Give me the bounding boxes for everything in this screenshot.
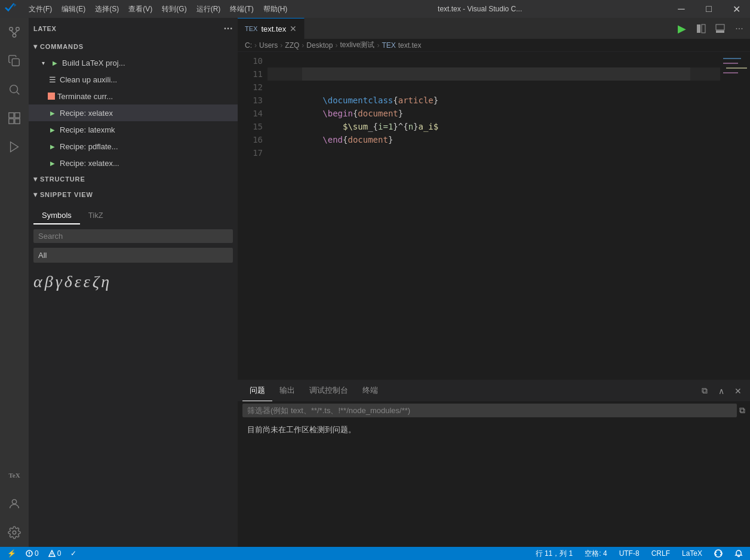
- structure-label: STRUCTURE: [40, 176, 85, 183]
- snippet-search-input[interactable]: [33, 229, 233, 243]
- svg-rect-16: [702, 24, 705, 33]
- sidebar-more-button[interactable]: ···: [224, 23, 233, 34]
- line-endings-status[interactable]: CRLF: [649, 547, 672, 560]
- tab-close-button[interactable]: ✕: [290, 24, 297, 33]
- filter-input[interactable]: [242, 404, 737, 417]
- structure-header[interactable]: ▾ STRUCTURE: [29, 171, 238, 187]
- panel-tab-output[interactable]: 输出: [272, 380, 302, 401]
- svg-point-6: [10, 85, 18, 93]
- menu-help[interactable]: 帮助(H): [259, 3, 293, 16]
- breadcrumb-desktop[interactable]: Desktop: [306, 41, 333, 50]
- command-recipe-latexmk[interactable]: ▶ Recipe: latexmk: [29, 121, 238, 138]
- vscode-icon: [5, 3, 17, 15]
- tab-symbols[interactable]: Symbols: [33, 207, 80, 224]
- commands-header[interactable]: ▾ COMMANDS: [29, 39, 238, 54]
- svg-rect-11: [15, 119, 20, 124]
- warnings-status[interactable]: 0: [46, 547, 64, 560]
- svg-rect-18: [716, 30, 724, 33]
- menu-file[interactable]: 文件(F): [24, 3, 57, 16]
- collapse-panel-button[interactable]: ∧: [714, 384, 729, 398]
- source-control-icon[interactable]: [0, 18, 29, 47]
- command-terminate[interactable]: Terminate curr...: [29, 88, 238, 104]
- remote-status[interactable]: ⚡: [5, 547, 19, 560]
- position-text: 行 11，列 1: [536, 549, 573, 559]
- bell-status[interactable]: [732, 547, 745, 560]
- svg-point-25: [29, 555, 29, 555]
- breadcrumb-c[interactable]: C:: [245, 41, 252, 50]
- panel-tab-debug[interactable]: 调试控制台: [302, 380, 355, 401]
- command-recipe-pdflatex[interactable]: ▶ Recipe: pdflate...: [29, 138, 238, 155]
- language-status[interactable]: LaTeX: [680, 547, 705, 560]
- command-recipe-xelatex[interactable]: ▶ Recipe: xelatex: [29, 104, 238, 121]
- snippet-section: ▾ SNIPPET VIEW Symbols TikZ All αβγδεεζη: [29, 187, 238, 547]
- svg-line-3: [11, 30, 15, 34]
- status-right: 行 11，列 1 空格: 4 UTF-8 CRLF LaTeX: [533, 547, 745, 560]
- svg-rect-10: [9, 119, 14, 124]
- breadcrumb-texlive[interactable]: texlive测试: [340, 40, 374, 50]
- snippet-header[interactable]: ▾ SNIPPET VIEW: [29, 187, 238, 202]
- run-icon: ▶: [48, 158, 57, 168]
- breadcrumb-file[interactable]: text.tex: [398, 41, 422, 50]
- close-button[interactable]: ✕: [723, 0, 750, 18]
- debug-icon[interactable]: [0, 133, 29, 161]
- command-recipe-xelatex2[interactable]: ▶ Recipe: xelatex...: [29, 155, 238, 171]
- filter-icon[interactable]: ⧉: [739, 405, 745, 416]
- tab-tikz[interactable]: TikZ: [80, 207, 112, 224]
- svg-rect-22: [723, 72, 738, 73]
- error-count: 0: [35, 549, 39, 558]
- editor-content[interactable]: 10 11 12 13 14 15 16 17 \documentclass{a…: [238, 52, 750, 380]
- line-numbers: 10 11 12 13 14 15 16 17: [238, 52, 268, 380]
- maximize-panel-button[interactable]: ⧉: [697, 384, 712, 398]
- extensions-icon[interactable]: [0, 104, 29, 133]
- svg-rect-21: [726, 67, 747, 69]
- copy-icon[interactable]: [0, 47, 29, 75]
- encoding-text: UTF-8: [619, 549, 640, 558]
- menu-select[interactable]: 选择(S): [90, 3, 124, 16]
- menu-run[interactable]: 运行(R): [192, 3, 226, 16]
- titlebar: 文件(F) 编辑(E) 选择(S) 查看(V) 转到(G) 运行(R) 终端(T…: [0, 0, 750, 18]
- run-button[interactable]: ▶: [674, 20, 690, 37]
- symbol-list: αβγδεεζη: [29, 267, 238, 296]
- svg-rect-17: [716, 24, 724, 30]
- run-icon: ▶: [50, 58, 60, 67]
- svg-rect-19: [723, 58, 741, 59]
- spaces-status[interactable]: 空格: 4: [582, 547, 609, 560]
- main-layout: TeX LATEX ··· ▾ COMMANDS ▾: [0, 18, 750, 547]
- menu-terminal[interactable]: 终端(T): [225, 3, 258, 16]
- more-actions-button[interactable]: ···: [731, 20, 748, 37]
- sync-status[interactable]: [712, 547, 725, 560]
- account-icon[interactable]: [0, 490, 29, 518]
- close-panel-button[interactable]: ✕: [731, 384, 745, 398]
- menu-view[interactable]: 查看(V): [124, 3, 157, 16]
- activity-bar: TeX: [0, 18, 29, 547]
- position-status[interactable]: 行 11，列 1: [533, 547, 576, 560]
- errors-status[interactable]: 0: [23, 547, 41, 560]
- all-button[interactable]: All: [33, 248, 233, 263]
- commands-label: COMMANDS: [40, 43, 84, 50]
- tab-text-tex[interactable]: TEX text.tex ✕: [238, 18, 305, 39]
- svg-point-1: [16, 27, 20, 31]
- breadcrumb-zzq[interactable]: ZZQ: [285, 41, 299, 50]
- code-area[interactable]: \documentclass{article} \begin{document}…: [268, 52, 720, 380]
- warning-count: 0: [57, 549, 62, 558]
- minimize-button[interactable]: ─: [668, 0, 695, 18]
- snippet-tabs: Symbols TikZ: [29, 202, 238, 224]
- breadcrumb-users[interactable]: Users: [259, 41, 278, 50]
- tex-icon[interactable]: TeX: [0, 461, 29, 490]
- menu-edit[interactable]: 编辑(E): [57, 3, 90, 16]
- toggle-panel-button[interactable]: [712, 20, 729, 37]
- maximize-button[interactable]: □: [695, 0, 723, 18]
- settings-icon[interactable]: [0, 518, 29, 547]
- encoding-status[interactable]: UTF-8: [617, 547, 642, 560]
- command-clean-aux[interactable]: ☰ Clean up auxili...: [29, 71, 238, 88]
- menu-goto[interactable]: 转到(G): [157, 3, 191, 16]
- search-activity-icon[interactable]: [0, 75, 29, 104]
- split-editor-button[interactable]: [693, 20, 709, 37]
- panel-tab-problems[interactable]: 问题: [242, 380, 272, 401]
- checkmark-status[interactable]: ✓: [68, 547, 79, 560]
- code-line-11: [268, 67, 720, 81]
- command-build-latex[interactable]: ▾ ▶ Build LaTeX proj...: [29, 54, 238, 71]
- svg-rect-9: [15, 113, 20, 118]
- panel-tab-terminal[interactable]: 终端: [355, 380, 385, 401]
- titlebar-menu: 文件(F) 编辑(E) 选择(S) 查看(V) 转到(G) 运行(R) 终端(T…: [24, 3, 292, 16]
